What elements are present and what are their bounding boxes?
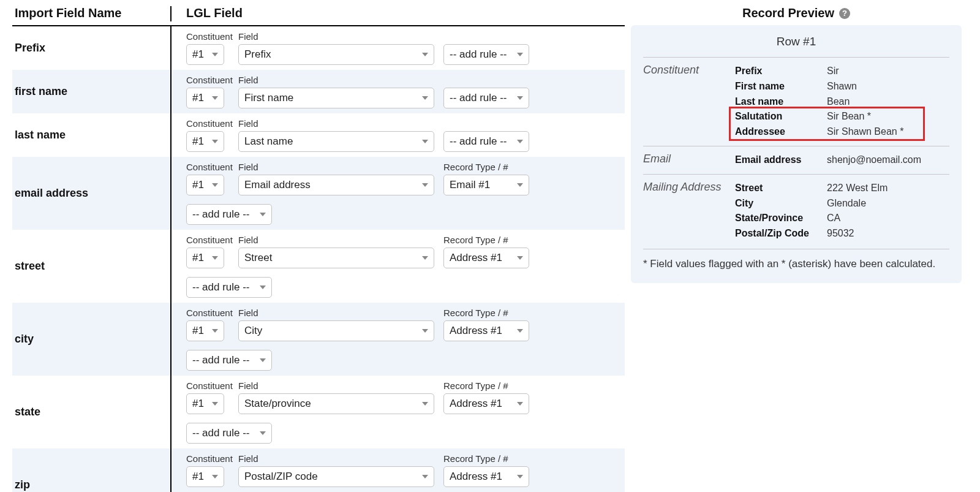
add-rule-select[interactable]: -- add rule -- — [443, 44, 529, 65]
import-field-name: city — [12, 303, 172, 376]
preview-field-row: PrefixSir — [735, 64, 949, 79]
chevron-down-icon — [212, 53, 218, 56]
field-mapping-table: Import Field Name LGL Field PrefixConsti… — [12, 6, 625, 492]
record-type-label: Record Type / # — [443, 235, 532, 245]
chevron-down-icon — [260, 431, 266, 435]
constituent-select[interactable]: #1 — [186, 248, 224, 268]
preview-footnote: * Field values flagged with an * (asteri… — [643, 249, 949, 272]
record-type-select[interactable]: Address #1 — [443, 393, 529, 414]
field-label: Field — [238, 75, 443, 85]
lgl-field-cell: ConstituentFieldRecord Type / ##1State/p… — [172, 376, 625, 448]
import-field-name: zip — [12, 448, 172, 492]
constituent-select-value: #1 — [192, 48, 204, 61]
preview-field-row: Last nameBean — [735, 94, 949, 110]
record-type-select[interactable]: Address #1 — [443, 466, 529, 487]
lgl-field-cell: ConstituentFieldRecord Type / ##1StreetA… — [172, 230, 625, 303]
preview-field-row: Email addressshenjo@noemail.com — [735, 153, 949, 168]
add-rule-select[interactable]: -- add rule -- — [186, 423, 272, 444]
chevron-down-icon — [422, 140, 428, 143]
constituent-label: Constituent — [186, 453, 238, 464]
preview-field-key: Addressee — [735, 124, 827, 140]
preview-section-body: PrefixSirFirst nameShawnLast nameBeanSal… — [735, 64, 949, 140]
preview-section: ConstituentPrefixSirFirst nameShawnLast … — [643, 58, 949, 140]
mapping-row: email addressConstituentFieldRecord Type… — [12, 157, 625, 230]
field-label: Field — [238, 162, 443, 172]
field-select[interactable]: Email address — [238, 175, 434, 195]
preview-section-body: Street222 West ElmCityGlendaleState/Prov… — [735, 181, 949, 241]
field-select[interactable]: Postal/ZIP code — [238, 466, 434, 487]
preview-field-value: shenjo@noemail.com — [827, 153, 949, 168]
constituent-select-value: #1 — [192, 179, 204, 191]
import-field-name: state — [12, 376, 172, 448]
record-type-label: Record Type / # — [443, 380, 532, 391]
table-header-row: Import Field Name LGL Field — [12, 6, 625, 26]
preview-field-value: Sir — [827, 64, 949, 79]
constituent-select[interactable]: #1 — [186, 131, 224, 152]
preview-section: Mailing AddressStreet222 West ElmCityGle… — [643, 174, 949, 241]
add-rule-select[interactable]: -- add rule -- — [443, 88, 529, 108]
preview-field-value: 95032 — [827, 226, 949, 241]
mapping-row: PrefixConstituentField#1Prefix-- add rul… — [12, 26, 625, 70]
constituent-label: Constituent — [186, 308, 238, 318]
record-type-select-value: Address #1 — [450, 325, 502, 337]
preview-field-key: Postal/Zip Code — [735, 226, 827, 241]
record-preview-panel: Record Preview ? Row #1 ConstituentPrefi… — [631, 6, 962, 283]
preview-field-row: CityGlendale — [735, 196, 949, 211]
field-select[interactable]: Last name — [238, 131, 434, 152]
import-field-name: Prefix — [12, 26, 172, 70]
preview-field-row: SalutationSir Bean * — [735, 109, 949, 124]
record-preview-box: Row #1 ConstituentPrefixSirFirst nameSha… — [631, 25, 962, 283]
constituent-select[interactable]: #1 — [186, 466, 224, 487]
field-label: Field — [238, 118, 443, 129]
record-type-select[interactable]: Address #1 — [443, 320, 529, 341]
preview-field-key: City — [735, 196, 827, 211]
field-select[interactable]: City — [238, 320, 434, 341]
add-rule-select-value: -- add rule -- — [192, 281, 250, 293]
field-select[interactable]: State/province — [238, 393, 434, 414]
chevron-down-icon — [212, 256, 218, 260]
import-field-name: street — [12, 230, 172, 303]
add-rule-select[interactable]: -- add rule -- — [186, 350, 272, 371]
field-select[interactable]: Street — [238, 248, 434, 268]
chevron-down-icon — [212, 96, 218, 100]
constituent-select[interactable]: #1 — [186, 44, 224, 65]
chevron-down-icon — [517, 96, 523, 100]
chevron-down-icon — [517, 140, 523, 143]
chevron-down-icon — [212, 183, 218, 187]
chevron-down-icon — [212, 140, 218, 143]
chevron-down-icon — [517, 402, 523, 406]
chevron-down-icon — [517, 183, 523, 187]
add-rule-select[interactable]: -- add rule -- — [443, 131, 529, 152]
constituent-label: Constituent — [186, 162, 238, 172]
add-rule-select[interactable]: -- add rule -- — [186, 277, 272, 298]
preview-field-row: AddresseeSir Shawn Bean * — [735, 124, 949, 140]
constituent-select[interactable]: #1 — [186, 88, 224, 108]
record-type-select[interactable]: Address #1 — [443, 248, 529, 268]
record-type-label: Record Type / # — [443, 162, 532, 172]
record-type-select-value: Address #1 — [450, 252, 502, 264]
field-select[interactable]: First name — [238, 88, 434, 108]
record-type-select[interactable]: Email #1 — [443, 175, 529, 195]
add-rule-select[interactable]: -- add rule -- — [186, 204, 272, 225]
lgl-field-cell: ConstituentFieldRecord Type / ##1CityAdd… — [172, 303, 625, 376]
field-label: Field — [238, 308, 443, 318]
constituent-select-value: #1 — [192, 252, 204, 264]
help-icon[interactable]: ? — [839, 8, 850, 19]
constituent-select[interactable]: #1 — [186, 320, 224, 341]
chevron-down-icon — [517, 256, 523, 260]
lgl-field-cell: ConstituentFieldRecord Type / ##1Email a… — [172, 157, 625, 230]
constituent-select[interactable]: #1 — [186, 175, 224, 195]
lgl-field-cell: ConstituentFieldRecord Type / ##1Postal/… — [172, 448, 625, 492]
header-lgl-field: LGL Field — [172, 6, 625, 21]
mapping-row: streetConstituentFieldRecord Type / ##1S… — [12, 230, 625, 303]
chevron-down-icon — [422, 402, 428, 406]
field-select-value: Postal/ZIP code — [244, 471, 318, 483]
field-select[interactable]: Prefix — [238, 44, 434, 65]
constituent-label: Constituent — [186, 380, 238, 391]
add-rule-select-value: -- add rule -- — [192, 427, 250, 439]
add-rule-select-value: -- add rule -- — [450, 135, 507, 148]
constituent-select-value: #1 — [192, 92, 204, 104]
chevron-down-icon — [260, 213, 266, 216]
constituent-select[interactable]: #1 — [186, 393, 224, 414]
preview-row-label: Row #1 — [643, 35, 949, 48]
